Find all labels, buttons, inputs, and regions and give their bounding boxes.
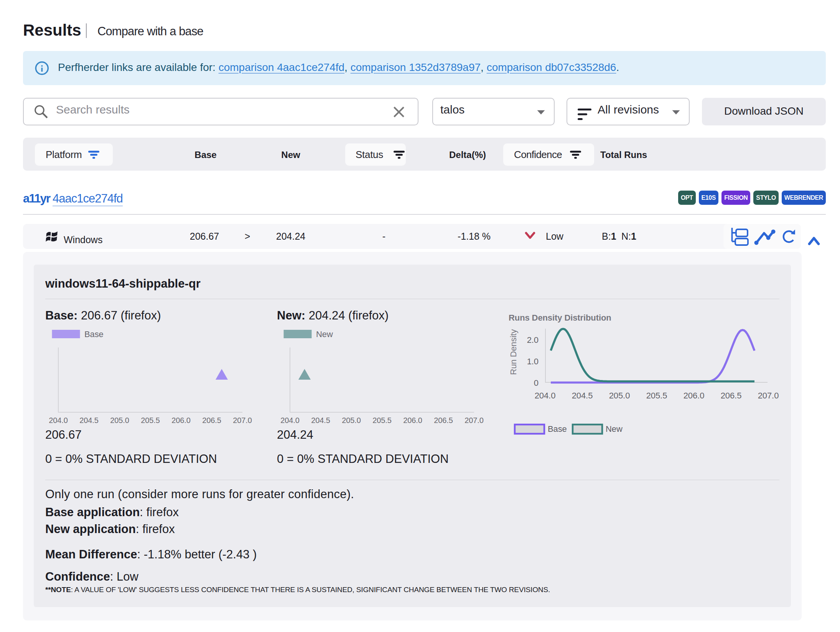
svg-text:206.5: 206.5 (202, 416, 221, 425)
svg-text:Base: Base (548, 424, 567, 434)
svg-text:206.5: 206.5 (721, 391, 742, 400)
svg-text:206.0: 206.0 (403, 416, 422, 425)
svg-text:204.5: 204.5 (572, 391, 593, 400)
svg-text:1.0: 1.0 (527, 357, 539, 366)
svg-text:206.5: 206.5 (434, 416, 453, 425)
svg-text:205.0: 205.0 (110, 416, 129, 425)
svg-text:0: 0 (534, 378, 539, 388)
svg-text:206.0: 206.0 (684, 391, 705, 400)
svg-text:Runs Density Distribution: Runs Density Distribution (509, 313, 611, 323)
svg-text:207.0: 207.0 (464, 416, 484, 425)
svg-text:205.5: 205.5 (372, 416, 392, 425)
svg-text:204.0: 204.0 (280, 416, 300, 425)
svg-text:New: New (606, 424, 623, 434)
svg-text:207.0: 207.0 (233, 416, 252, 425)
svg-text:205.5: 205.5 (141, 416, 160, 425)
svg-text:206.0: 206.0 (171, 416, 191, 425)
svg-text:204.5: 204.5 (311, 416, 330, 425)
svg-text:205.0: 205.0 (342, 416, 361, 425)
svg-text:Run Density: Run Density (509, 329, 518, 375)
svg-text:205.5: 205.5 (646, 391, 667, 400)
svg-text:204.5: 204.5 (79, 416, 99, 425)
svg-text:Base: Base (84, 329, 104, 339)
svg-text:205.0: 205.0 (609, 391, 630, 400)
svg-text:2.0: 2.0 (527, 335, 539, 345)
svg-text:207.0: 207.0 (758, 391, 779, 400)
svg-text:204.0: 204.0 (49, 416, 68, 425)
svg-text:New: New (316, 329, 333, 339)
svg-text:204.0: 204.0 (535, 391, 556, 400)
